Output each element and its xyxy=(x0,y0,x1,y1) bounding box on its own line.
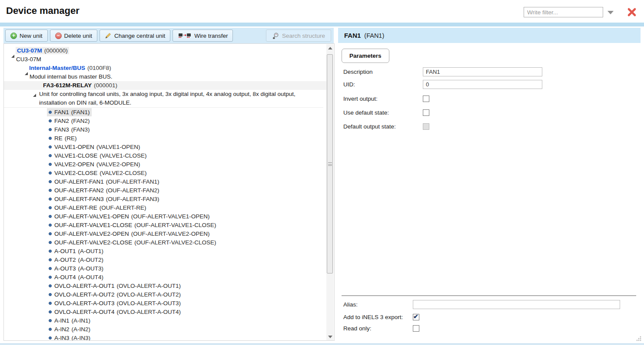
tree-leaf-list: FAN1 (FAN1) FAN2 (FAN2) FAN3 xyxy=(4,108,327,341)
bullet-icon xyxy=(49,154,52,157)
tree-leaf[interactable]: OVLO-ALERT-A-OUT1 (OVLO-ALERT-A-OUT1) xyxy=(4,281,327,290)
tree-leaf[interactable]: A-OUT3 (A-OUT3) xyxy=(4,264,327,273)
tree-node-title[interactable]: CU3-07M(000000) xyxy=(16,47,69,54)
close-button[interactable] xyxy=(626,7,637,18)
use-default-state-checkbox[interactable] xyxy=(423,109,429,116)
tree-node-internal-master-bus[interactable]: Internal-Master/BUS(0100F8) Modul intern… xyxy=(4,64,327,81)
alias-input[interactable] xyxy=(413,300,620,309)
expander-icon[interactable] xyxy=(24,70,28,74)
add-to-inels3-label: Add to iNELS 3 export: xyxy=(338,314,413,320)
tree-scrollbar[interactable] xyxy=(326,44,334,341)
detail-title-code: (FAN1) xyxy=(364,32,384,39)
bullet-icon xyxy=(49,128,52,131)
accent-bar xyxy=(0,23,644,26)
bullet-icon xyxy=(49,224,52,227)
read-only-label: Read only: xyxy=(338,325,413,332)
uid-input[interactable] xyxy=(423,80,542,89)
bullet-icon xyxy=(49,310,52,313)
bullet-icon xyxy=(49,284,52,287)
tree-leaf[interactable]: VALVE1-CLOSE (VALVE1-CLOSE) xyxy=(4,151,327,160)
add-to-inels3-checkbox[interactable] xyxy=(413,314,419,320)
tree-leaf[interactable]: OUF-ALERT-VALVE1-CLOSE (OUF-ALERT-VALVE1… xyxy=(4,221,327,229)
bullet-icon xyxy=(49,189,52,192)
bullet-icon xyxy=(49,328,52,331)
tree-leaf[interactable]: VALVE2-CLOSE (VALVE2-CLOSE) xyxy=(4,168,327,177)
resize-grip-icon xyxy=(634,334,642,342)
tree-node-subtitle: Unit for controlling fancoil units, 3x a… xyxy=(4,90,323,108)
bullet-icon xyxy=(49,241,52,244)
tree-leaf[interactable]: A-OUT1 (A-OUT1) xyxy=(4,247,327,255)
tree-leaf[interactable]: OUF-ALERT-VALVE2-OPEN (OUF-ALERT-VALVE2-… xyxy=(4,229,327,238)
new-unit-button[interactable]: New unit xyxy=(5,30,48,42)
expander-icon[interactable] xyxy=(33,92,37,96)
device-tree: CU3-07M(000000) CU3-07M Internal-Master/… xyxy=(4,44,327,341)
bullet-icon xyxy=(49,171,52,175)
tree-leaf[interactable]: OVLO-ALERT-A-OUT2 (OVLO-ALERT-A-OUT2) xyxy=(4,290,327,299)
device-tree-panel: CU3-07M(000000) CU3-07M Internal-Master/… xyxy=(3,43,335,341)
tree-leaf[interactable]: FAN1 (FAN1) xyxy=(4,108,327,116)
tab-parameters[interactable]: Parameters xyxy=(342,49,389,63)
tree-leaf[interactable]: OUF-ALERT-VALVE2-CLOSE (OUF-ALERT-VALVE2… xyxy=(4,238,327,247)
expander-icon[interactable] xyxy=(11,53,15,57)
tree-leaf[interactable]: OUF-ALERT-VALVE1-OPEN (OUF-ALERT-VALVE1-… xyxy=(4,212,327,221)
detail-footer: Alias: Add to iNELS 3 export: Read only: xyxy=(338,295,641,336)
tree-leaf[interactable]: FAN2 (FAN2) xyxy=(4,116,327,125)
change-central-unit-button[interactable]: Change central unit xyxy=(100,30,170,42)
scrollbar-thumb[interactable] xyxy=(327,54,333,274)
search-structure-button: Search structure xyxy=(266,30,331,42)
bullet-icon xyxy=(49,232,52,235)
alias-label: Alias: xyxy=(338,301,413,308)
resize-grip[interactable] xyxy=(634,334,642,344)
page-title: Device manager xyxy=(6,5,80,16)
tree-leaf[interactable]: A-OUT2 (A-OUT2) xyxy=(4,255,327,264)
description-input[interactable] xyxy=(423,67,542,76)
bullet-icon xyxy=(49,137,52,140)
search-icon xyxy=(272,32,279,40)
tree-node-title[interactable]: Internal-Master/BUS(0100F8) xyxy=(29,65,111,71)
scroll-down-icon[interactable] xyxy=(328,336,332,338)
tree-leaf[interactable]: OUF-ALERT-FAN3 (OUF-ALERT-FAN3) xyxy=(4,194,327,203)
tree-node-title[interactable]: FA3-612M-RELAY(000001) xyxy=(43,82,117,89)
default-output-state-label: Default output state: xyxy=(338,123,423,130)
tree-leaf[interactable]: OUF-ALERT-FAN1 (OUF-ALERT-FAN1) xyxy=(4,177,327,186)
tree-leaf[interactable]: A-IN2 (A-IN2) xyxy=(4,325,327,333)
bullet-icon xyxy=(49,163,52,166)
filter-input[interactable] xyxy=(524,7,603,17)
bullet-icon xyxy=(49,206,52,209)
tree-node-cu3-07m[interactable]: CU3-07M(000000) CU3-07M xyxy=(4,46,327,64)
wire-transfer-button[interactable]: Wire transfer xyxy=(173,30,233,42)
tree-leaf[interactable]: OVLO-ALERT-A-OUT3 (OVLO-ALERT-A-OUT3) xyxy=(4,299,327,307)
bullet-icon xyxy=(49,198,52,201)
bullet-icon xyxy=(49,145,52,148)
bullet-icon xyxy=(49,319,52,322)
description-label: Description xyxy=(338,69,423,75)
bullet-icon xyxy=(49,180,52,183)
tree-leaf[interactable]: OUF-ALERT-FAN2 (OUF-ALERT-FAN2) xyxy=(4,186,327,194)
bullet-icon xyxy=(49,119,52,122)
tree-leaf[interactable]: A-IN3 (A-IN3) xyxy=(4,333,327,341)
tree-leaf[interactable]: VALVE2-OPEN (VALVE2-OPEN) xyxy=(4,160,327,168)
delete-unit-button[interactable]: Delete unit xyxy=(50,30,98,42)
bullet-icon xyxy=(49,250,52,253)
tree-leaf[interactable]: FAN3 (FAN3) xyxy=(4,125,327,134)
new-unit-label: New unit xyxy=(20,33,43,39)
default-output-state-checkbox xyxy=(423,123,429,130)
filter-dropdown-icon[interactable] xyxy=(607,11,614,14)
search-structure-label: Search structure xyxy=(282,33,325,39)
tree-leaf[interactable]: A-IN1 (A-IN1) xyxy=(4,316,327,325)
read-only-checkbox[interactable] xyxy=(413,325,419,332)
tree-leaf[interactable]: OUF-ALERT-RE (OUF-ALERT-RE) xyxy=(4,203,327,212)
tree-leaf[interactable]: RE (RE) xyxy=(4,134,327,142)
tree-leaf[interactable]: OVLO-ALERT-A-OUT4 (OVLO-ALERT-A-OUT4) xyxy=(4,307,327,316)
delete-unit-label: Delete unit xyxy=(64,33,93,39)
tree-leaf[interactable]: VALVE1-OPEN (VALVE1-OPEN) xyxy=(4,142,327,151)
wire-transfer-label: Wire transfer xyxy=(194,33,228,39)
scroll-up-icon[interactable] xyxy=(328,47,332,49)
invert-output-checkbox[interactable] xyxy=(423,96,429,102)
change-central-unit-label: Change central unit xyxy=(114,33,165,39)
tree-leaf[interactable]: A-OUT4 (A-OUT4) xyxy=(4,273,327,281)
use-default-state-label: Use default state: xyxy=(338,109,423,116)
bullet-icon xyxy=(49,293,52,296)
bullet-icon xyxy=(49,336,52,339)
tree-node-fa3-612m-relay[interactable]: FA3-612M-RELAY(000001) Unit for controll… xyxy=(4,81,327,108)
